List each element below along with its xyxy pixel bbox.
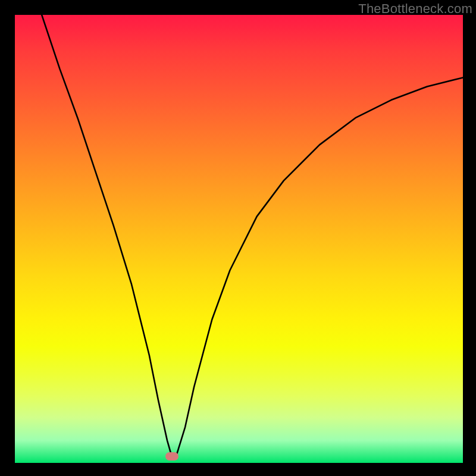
chart-frame: TheBottleneck.com (0, 0, 476, 476)
minimum-marker (165, 452, 178, 461)
bottleneck-curve (42, 15, 463, 456)
plot-area (15, 15, 463, 463)
chart-svg (15, 15, 463, 463)
